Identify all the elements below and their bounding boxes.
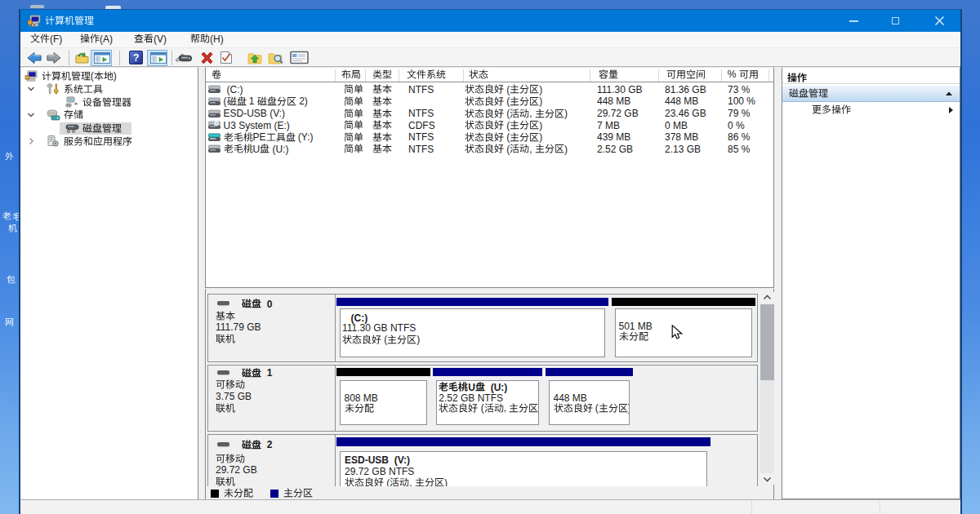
svg-text:?: ? <box>133 52 140 64</box>
